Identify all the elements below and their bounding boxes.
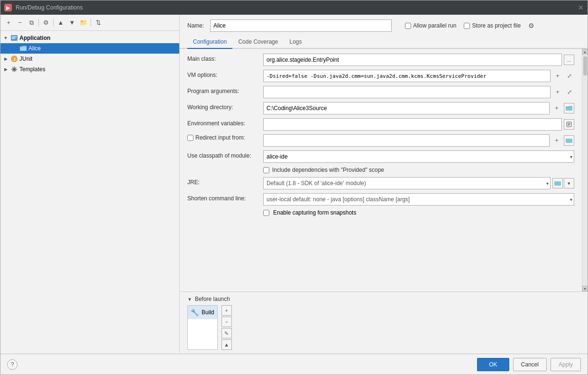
shorten-cmd-select[interactable]: user-local default: none - java [options… — [263, 193, 574, 206]
tree-area: ▼ Application ▶ — [0, 31, 179, 354]
gear-icon[interactable]: ⚙ — [528, 22, 534, 29]
program-args-row: Program arguments: + ⤢ — [187, 86, 574, 98]
redirect-add-button[interactable]: + — [551, 135, 562, 146]
bottom-right-buttons: OK Cancel Apply — [477, 358, 581, 371]
before-launch-right-buttons: + − ✎ ▲ — [221, 305, 232, 350]
right-scrollbar: ▲ ▼ — [582, 49, 588, 291]
right-panel: Name: Allow parallel run Store as projec… — [180, 15, 588, 354]
tab-logs[interactable]: Logs — [284, 36, 307, 49]
before-launch-edit-button[interactable]: ✎ — [221, 328, 232, 338]
jre-input-wrap: Default (1.8 - SDK of 'alice-ide' module… — [263, 177, 574, 189]
help-button[interactable]: ? — [7, 359, 18, 370]
svg-rect-9 — [566, 106, 572, 111]
shorten-cmd-select-wrap: user-local default: none - java [options… — [263, 193, 574, 206]
settings-button[interactable]: ⚙ — [41, 18, 51, 28]
redirect-input-wrap: + — [263, 134, 574, 147]
junit-label: JUnit — [19, 56, 32, 62]
env-vars-input-wrap — [263, 118, 574, 131]
cancel-button[interactable]: Cancel — [513, 358, 547, 371]
move-down-button[interactable]: ▼ — [67, 18, 77, 28]
enable-capturing-checkbox[interactable] — [263, 210, 269, 216]
before-launch-item-build[interactable]: 🔧 Build — [188, 306, 217, 319]
tree-item-application[interactable]: ▼ Application — [0, 33, 179, 43]
before-launch-remove-button[interactable]: − — [221, 317, 232, 327]
include-deps-checkbox[interactable] — [263, 167, 269, 173]
scroll-down-button[interactable]: ▼ — [582, 286, 588, 291]
store-as-project-label[interactable]: Store as project file — [464, 22, 521, 29]
junit-icon: J — [10, 55, 18, 63]
jre-dropdown-button[interactable]: ▾ — [564, 178, 574, 188]
program-args-label: Program arguments: — [187, 86, 263, 94]
before-launch-area: 🔧 Build + − ✎ — [187, 305, 580, 350]
right-panel-inner: Name: Allow parallel run Store as projec… — [180, 15, 588, 354]
tab-configuration[interactable]: Configuration — [187, 36, 232, 49]
main-class-browse-button[interactable]: ... — [564, 55, 574, 65]
before-launch-add-button[interactable]: + — [221, 305, 232, 316]
svg-rect-14 — [566, 139, 572, 143]
folder-button[interactable]: 📁 — [78, 18, 89, 28]
jre-browse-button[interactable] — [552, 178, 563, 188]
before-launch-chevron-icon[interactable]: ▼ — [187, 297, 192, 302]
classpath-label: Use classpath of module: — [187, 150, 263, 159]
program-args-add-button[interactable]: + — [552, 87, 563, 97]
toolbar: + − ⧉ ⚙ ▲ ▼ 📁 — [0, 15, 179, 31]
name-input[interactable] — [210, 19, 392, 32]
svg-rect-15 — [554, 181, 561, 186]
redirect-browse-button[interactable] — [564, 135, 574, 146]
main-class-label: Main class: — [187, 54, 263, 62]
shorten-cmd-label: Shorten command line: — [187, 193, 263, 202]
dialog-title: Run/Debug Configurations — [16, 4, 574, 11]
redirect-input-field[interactable] — [263, 134, 550, 147]
templates-label: Templates — [19, 66, 46, 73]
spacer — [187, 209, 263, 211]
before-launch-move-up-button[interactable]: ▲ — [221, 339, 232, 350]
allow-parallel-label[interactable]: Allow parallel run — [405, 22, 456, 29]
redirect-input-checkbox[interactable] — [187, 135, 193, 141]
redirect-input-label: Redirect input from: — [195, 134, 245, 141]
ok-button[interactable]: OK — [477, 358, 509, 371]
checkboxes-row: Allow parallel run Store as project file… — [395, 22, 580, 29]
alice-folder-icon — [19, 45, 27, 52]
working-dir-browse-button[interactable] — [564, 103, 574, 113]
tree-item-alice[interactable]: ▶ Alice — [0, 43, 179, 54]
program-args-expand-button[interactable]: ⤢ — [565, 87, 574, 97]
main-class-row: Main class: ... — [187, 54, 574, 66]
env-vars-input[interactable] — [263, 118, 562, 131]
working-dir-input[interactable] — [263, 102, 550, 114]
vm-options-expand-button[interactable]: ⤢ — [565, 71, 574, 81]
scrollbar-track — [583, 55, 588, 286]
allow-parallel-checkbox[interactable] — [405, 23, 411, 29]
main-class-input[interactable] — [263, 54, 562, 66]
svg-text:J: J — [13, 57, 15, 62]
close-button[interactable]: ✕ — [578, 4, 584, 11]
jre-select-wrap: Default (1.8 - SDK of 'alice-ide' module… — [263, 177, 551, 189]
jre-select[interactable]: Default (1.8 - SDK of 'alice-ide' module… — [263, 177, 551, 189]
tabs-bar: Configuration Code Coverage Logs — [180, 36, 588, 49]
move-up-button[interactable]: ▲ — [55, 18, 66, 28]
shorten-cmd-row: Shorten command line: user-local default… — [187, 193, 574, 206]
toolbar-divider-3 — [91, 19, 91, 27]
sort-button[interactable]: ⇅ — [93, 18, 103, 28]
scroll-up-button[interactable]: ▲ — [582, 49, 588, 55]
vm-options-row: VM options: + ⤢ — [187, 70, 574, 82]
env-vars-edit-button[interactable] — [564, 119, 574, 130]
tree-item-junit[interactable]: ▶ J JUnit — [0, 54, 179, 64]
working-dir-add-button[interactable]: + — [551, 103, 562, 113]
tree-item-templates[interactable]: ▶ Templates — [0, 64, 179, 75]
application-icon — [10, 34, 18, 42]
store-as-project-checkbox[interactable] — [464, 23, 470, 29]
scrollbar-thumb — [583, 56, 587, 75]
program-args-input[interactable] — [263, 86, 551, 98]
enable-capturing-row: Enable capturing form snapshots — [187, 209, 574, 222]
classpath-select[interactable]: alice-ide — [263, 150, 574, 163]
remove-configuration-button[interactable]: − — [15, 18, 25, 28]
tab-code-coverage[interactable]: Code Coverage — [232, 36, 284, 49]
apply-button[interactable]: Apply — [551, 358, 581, 371]
vm-options-input-wrap: + ⤢ — [263, 70, 574, 82]
vm-options-input[interactable] — [263, 70, 551, 82]
vm-options-add-button[interactable]: + — [552, 71, 563, 81]
title-bar: ▶ Run/Debug Configurations ✕ — [0, 0, 588, 15]
add-configuration-button[interactable]: + — [3, 18, 14, 28]
alice-label: Alice — [28, 45, 41, 52]
copy-configuration-button[interactable]: ⧉ — [26, 18, 37, 28]
